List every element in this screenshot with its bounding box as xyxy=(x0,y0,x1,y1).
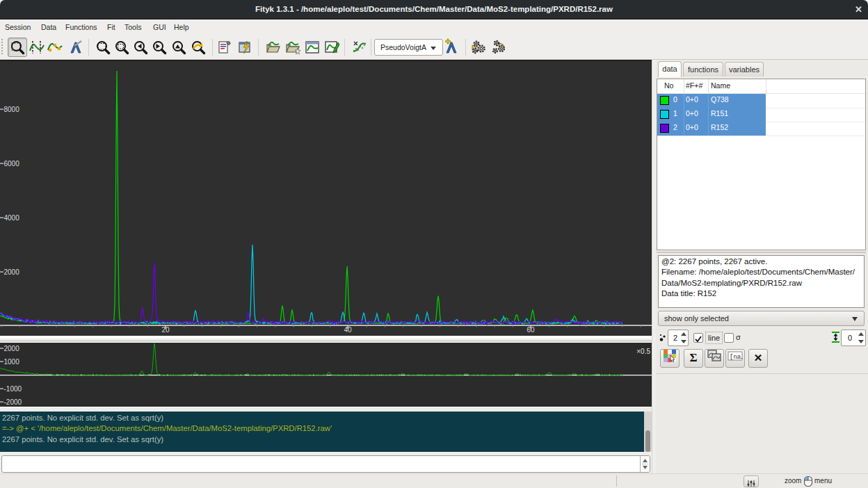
svg-text:60: 60 xyxy=(527,326,535,334)
svg-text:×0.5: ×0.5 xyxy=(636,348,650,355)
svg-text:[na…: [na… xyxy=(730,354,743,361)
svg-text:40: 40 xyxy=(344,326,352,334)
svg-text:6000: 6000 xyxy=(4,160,20,168)
svg-text:-1000: -1000 xyxy=(4,385,22,393)
svg-text:1000: 1000 xyxy=(4,358,20,366)
svg-text:20: 20 xyxy=(161,326,170,334)
svg-text:8000: 8000 xyxy=(4,106,20,113)
svg-text:2000: 2000 xyxy=(4,345,20,352)
svg-text:2000: 2000 xyxy=(4,268,20,276)
svg-text:4000: 4000 xyxy=(4,214,20,222)
svg-text:-2000: -2000 xyxy=(4,398,22,406)
